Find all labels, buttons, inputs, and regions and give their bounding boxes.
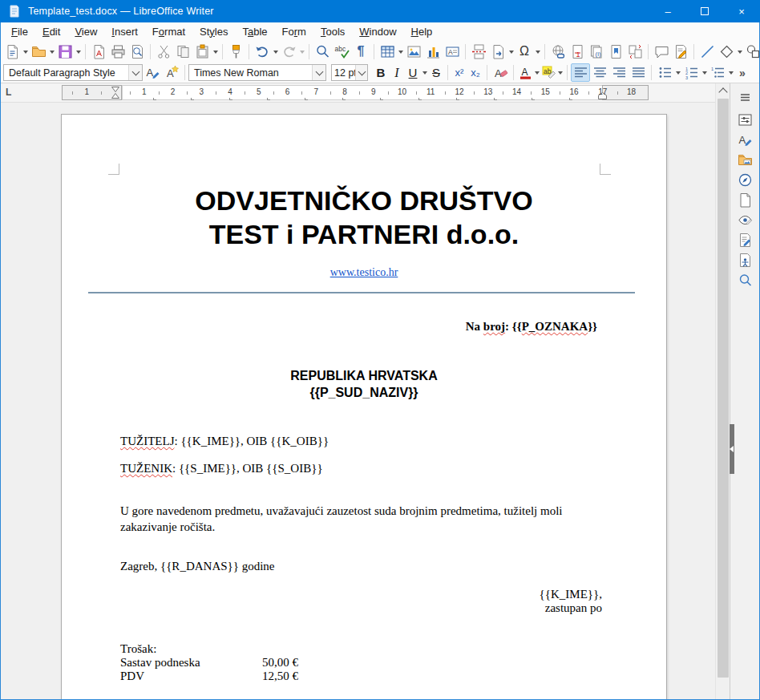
toolbar-overflow-button[interactable]: » <box>734 63 750 82</box>
font-size-dropdown[interactable] <box>355 65 367 80</box>
superscript-button[interactable]: x² <box>451 63 467 82</box>
bullet-list-dropdown[interactable] <box>674 63 681 82</box>
copy-button[interactable] <box>173 42 192 61</box>
new-document-button[interactable] <box>2 42 22 61</box>
sidebar-navigator-button[interactable] <box>734 170 755 190</box>
undo-button[interactable] <box>253 42 272 61</box>
underline-dropdown[interactable] <box>421 63 428 82</box>
font-color-dropdown[interactable] <box>533 63 540 82</box>
cross-reference-button[interactable] <box>625 42 645 61</box>
paragraph-style-combo[interactable]: Default Paragraph Style <box>3 64 143 81</box>
outline-list-dropdown[interactable] <box>727 63 734 82</box>
update-style-button[interactable]: A <box>143 63 162 82</box>
strikethrough-button[interactable]: S <box>428 63 444 82</box>
highlight-color-dropdown[interactable] <box>556 63 564 82</box>
outline-list-button[interactable]: 1 <box>708 63 727 82</box>
spellcheck-button[interactable]: abc <box>332 42 351 61</box>
cut-button[interactable] <box>154 42 173 61</box>
menu-view[interactable]: View <box>67 24 104 39</box>
underline-button[interactable]: U <box>405 63 421 82</box>
insert-field-button[interactable] <box>488 42 507 61</box>
insert-endnote-button[interactable]: (i) <box>587 42 606 61</box>
insert-field-dropdown[interactable] <box>507 42 515 61</box>
insert-table-dropdown[interactable] <box>397 42 404 61</box>
clone-formatting-button[interactable] <box>226 42 245 61</box>
undo-dropdown[interactable] <box>272 42 279 61</box>
menu-form[interactable]: Form <box>275 24 313 39</box>
horizontal-ruler[interactable]: L 1123456789101112131415161718 <box>1 83 715 103</box>
print-preview-button[interactable] <box>127 42 147 61</box>
minimize-button[interactable]: – <box>649 0 686 22</box>
show-draw-functions-button[interactable] <box>743 42 759 61</box>
align-right-button[interactable] <box>609 63 629 82</box>
justify-button[interactable] <box>629 63 648 82</box>
close-button[interactable]: × <box>723 0 760 22</box>
numbered-list-button[interactable]: 123 <box>681 63 701 82</box>
menu-window[interactable]: Window <box>352 24 403 39</box>
menu-table[interactable]: Table <box>235 24 274 39</box>
insert-hyperlink-button[interactable] <box>548 42 568 61</box>
paste-dropdown[interactable] <box>212 42 219 61</box>
sidebar-find-button[interactable] <box>734 270 755 290</box>
sidebar-manage-changes-button[interactable] <box>734 230 755 250</box>
scroll-up-arrow[interactable] <box>716 83 730 98</box>
special-character-button[interactable]: Ω <box>515 42 534 61</box>
numbered-list-dropdown[interactable] <box>701 63 708 82</box>
paragraph-style-dropdown[interactable] <box>128 65 142 80</box>
insert-image-button[interactable] <box>404 42 423 61</box>
scrollbar-thumb[interactable] <box>718 99 729 678</box>
redo-dropdown[interactable] <box>298 42 305 61</box>
insert-line-button[interactable] <box>697 42 717 61</box>
save-dropdown[interactable] <box>75 42 82 61</box>
insert-textbox-button[interactable]: A <box>443 42 462 61</box>
align-left-button[interactable] <box>571 63 590 82</box>
open-button[interactable] <box>29 42 48 61</box>
highlight-color-button[interactable]: ab <box>540 63 556 82</box>
insert-footnote-button[interactable]: 1 <box>568 42 587 61</box>
bold-button[interactable]: B <box>373 63 389 82</box>
clear-formatting-button[interactable]: A <box>491 63 510 82</box>
insert-comment-button[interactable] <box>652 42 671 61</box>
formatting-marks-button[interactable]: ¶ <box>351 42 370 61</box>
sidebar-style-inspector-button[interactable] <box>734 210 755 230</box>
sidebar-gallery-button[interactable] <box>734 150 755 170</box>
menu-edit[interactable]: Edit <box>35 24 67 39</box>
basic-shapes-dropdown[interactable] <box>736 42 743 61</box>
menu-help[interactable]: Help <box>404 24 440 39</box>
page-break-button[interactable] <box>469 42 488 61</box>
left-indent-marker[interactable] <box>111 86 120 99</box>
align-center-button[interactable] <box>590 63 609 82</box>
vertical-scrollbar[interactable] <box>715 83 730 699</box>
redo-button[interactable] <box>279 42 298 61</box>
insert-table-button[interactable] <box>378 42 397 61</box>
basic-shapes-button[interactable] <box>717 42 736 61</box>
sidebar-properties-button[interactable] <box>734 110 755 130</box>
menu-file[interactable]: File <box>4 24 35 39</box>
sidebar-page-button[interactable] <box>734 190 755 210</box>
open-dropdown[interactable] <box>48 42 55 61</box>
menu-tools[interactable]: Tools <box>313 24 352 39</box>
sidebar-accessibility-check-button[interactable] <box>734 250 755 270</box>
new-document-dropdown[interactable] <box>22 42 29 61</box>
subscript-button[interactable]: x₂ <box>467 63 483 82</box>
maximize-button[interactable] <box>686 0 723 22</box>
menu-insert[interactable]: Insert <box>104 24 145 39</box>
menu-format[interactable]: Format <box>145 24 192 39</box>
special-character-dropdown[interactable] <box>534 42 541 61</box>
track-changes-button[interactable] <box>671 42 690 61</box>
website-hyperlink[interactable]: www.testico.hr <box>330 266 398 278</box>
sidebar-hide-handle[interactable] <box>730 424 734 474</box>
document-page[interactable]: ODVJETNIČKO DRUŠTVO TEST i PARTNERI d.o.… <box>61 114 667 699</box>
font-size-combo[interactable]: 12 pt <box>331 64 368 81</box>
sidebar-settings-button[interactable] <box>734 87 755 107</box>
font-color-button[interactable]: A <box>517 63 533 82</box>
sidebar-styles-button[interactable]: A <box>734 130 755 150</box>
font-name-combo[interactable]: Times New Roman <box>188 64 326 81</box>
menu-styles[interactable]: Styles <box>192 24 235 39</box>
italic-button[interactable]: I <box>389 63 405 82</box>
find-replace-button[interactable] <box>313 42 332 61</box>
bullet-list-button[interactable] <box>655 63 674 82</box>
font-name-dropdown[interactable] <box>312 65 325 80</box>
paste-button[interactable] <box>192 42 212 61</box>
new-style-button[interactable]: A <box>162 63 181 82</box>
